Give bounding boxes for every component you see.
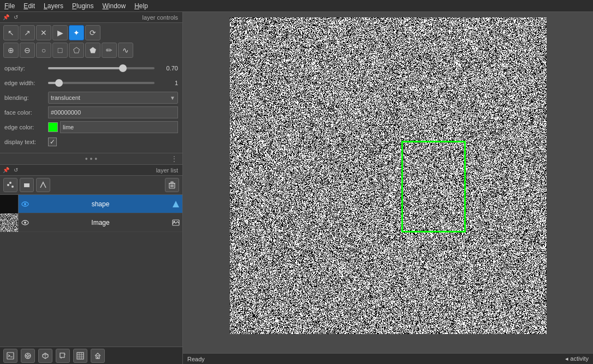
svg-point-11 (24, 203, 26, 205)
arrow-btn[interactable]: ▶ (52, 25, 68, 40)
edge-color-display[interactable]: lime (60, 121, 178, 133)
svg-point-1 (9, 182, 11, 184)
panel-header-icons: 📌 ↺ (2, 14, 20, 21)
layer-list-toolbar (0, 176, 182, 195)
edge-width-row: edge width: 1 (4, 77, 178, 89)
svg-point-2 (11, 186, 14, 188)
layer-row-image[interactable]: Image (0, 213, 182, 232)
crop-btn[interactable] (56, 349, 70, 363)
shape-visibility-btn[interactable] (19, 198, 32, 211)
layer-list-header-icons: 📌 ↺ (2, 166, 20, 174)
statusbar: Ready ◂ activity (183, 353, 593, 364)
canvas-wrapper (230, 17, 547, 334)
select-tool-btn[interactable]: ↖ (3, 25, 19, 40)
layer-list-refresh-icon[interactable]: ↺ (12, 166, 20, 174)
properties-area: opacity: 0.70 edge width: (0, 60, 182, 153)
dots-icon: • • • (85, 154, 97, 163)
opacity-row: opacity: 0.70 (4, 62, 178, 74)
layer-list-pin-icon[interactable]: 📌 (2, 166, 10, 174)
menu-plugins[interactable]: Plugins (68, 1, 98, 11)
face-color-value: #00000000 (51, 109, 81, 116)
layer-list-panel: 📌 ↺ layer list (0, 165, 182, 347)
bottom-toolbar (0, 347, 182, 364)
panel-refresh-icon[interactable]: ↺ (12, 14, 20, 21)
edge-width-slider-track[interactable] (48, 82, 155, 84)
opacity-slider-fill (48, 67, 123, 69)
svg-rect-36 (97, 357, 98, 359)
path-btn[interactable]: ∿ (118, 43, 133, 58)
move-tool-btn[interactable]: ✦ (69, 25, 84, 40)
menu-file[interactable]: File (0, 1, 19, 11)
svg-rect-30 (77, 353, 84, 359)
menubar: File Edit Layers Plugins Window Help (0, 0, 593, 12)
opacity-slider-track[interactable] (48, 67, 155, 69)
rotate-btn[interactable]: ⟳ (85, 25, 100, 40)
new-points-btn[interactable] (3, 178, 17, 192)
svg-rect-3 (24, 183, 29, 187)
poly-btn[interactable]: ⬠ (69, 43, 84, 58)
remove-btn[interactable]: ✕ (36, 25, 51, 40)
shape-thumbnail (0, 195, 19, 213)
status-text: Ready (187, 356, 205, 362)
layer-controls-title: layer controls (20, 14, 180, 21)
panel-pin-icon[interactable]: 📌 (2, 14, 10, 21)
new-shapes-btn[interactable] (20, 178, 34, 192)
layer-list-empty-area (0, 232, 182, 347)
display-text-row: display text: ✓ (4, 136, 178, 148)
blending-dropdown[interactable]: translucent ▼ (48, 92, 178, 104)
add-sel-btn[interactable]: ⊕ (3, 43, 19, 58)
svg-point-0 (7, 184, 9, 186)
new-vectors-btn[interactable] (36, 178, 50, 192)
face-color-display[interactable]: #00000000 (48, 106, 178, 118)
dropdown-arrow-icon: ▼ (170, 95, 175, 101)
svg-rect-9 (171, 182, 173, 183)
scripts-btn[interactable] (21, 349, 35, 363)
image-visibility-btn[interactable] (19, 216, 32, 229)
display-text-label: display text: (4, 139, 48, 145)
controls-separator: • • • ⋮ (0, 153, 182, 165)
svg-rect-27 (60, 353, 64, 357)
edge-width-slider-container (48, 82, 155, 84)
layer-controls-header: 📌 ↺ layer controls (0, 12, 182, 23)
edge-width-slider-thumb[interactable] (55, 79, 63, 87)
menu-layers[interactable]: Layers (39, 1, 68, 11)
edge-width-value: 1 (159, 80, 178, 86)
menu-window[interactable]: Window (98, 1, 130, 11)
ellipse-btn[interactable]: ○ (36, 43, 51, 58)
add-node-btn[interactable]: ↗ (20, 25, 35, 40)
delete-layer-btn[interactable] (165, 178, 179, 192)
menu-edit[interactable]: Edit (19, 1, 39, 11)
svg-marker-12 (173, 201, 179, 207)
terminal-btn[interactable] (3, 349, 17, 363)
image-type-icon (169, 216, 182, 229)
left-panel: 📌 ↺ layer controls ↖ ↗ ✕ ▶ ✦ ⟳ ⊕ ⊖ ○ □ ⬠ (0, 12, 183, 364)
tools-row-1: ↖ ↗ ✕ ▶ ✦ ⟳ (0, 23, 182, 43)
pencil-btn[interactable]: ✏ (102, 43, 117, 58)
grid-btn[interactable] (73, 349, 87, 363)
svg-point-14 (24, 222, 26, 224)
image-layer-name: Image (32, 219, 169, 226)
edge-color-swatch[interactable] (48, 122, 58, 132)
menu-help[interactable]: Help (130, 1, 152, 11)
layer-list-header: 📌 ↺ layer list (0, 165, 182, 176)
opacity-slider-thumb[interactable] (119, 64, 127, 72)
display-text-checkbox[interactable]: ✓ (48, 138, 57, 146)
edge-width-label: edge width: (4, 80, 48, 86)
edge-color-row: edge color: lime (4, 121, 178, 133)
layer-list-title: layer list (20, 167, 180, 174)
freehand-btn[interactable]: ⬟ (85, 43, 100, 58)
checkbox-checkmark-icon: ✓ (50, 138, 55, 146)
svg-point-16 (174, 220, 175, 222)
rect-btn[interactable]: □ (52, 43, 68, 58)
opacity-slider-container (48, 67, 155, 69)
opacity-value: 0.70 (159, 65, 178, 71)
edge-color-label: edge color: (4, 124, 48, 130)
sub-sel-btn[interactable]: ⊖ (20, 43, 35, 58)
tools-row-2: ⊕ ⊖ ○ □ ⬠ ⬟ ✏ ∿ (0, 43, 182, 60)
home-btn[interactable] (91, 349, 105, 363)
activity-label: ◂ activity (565, 355, 589, 362)
main-canvas[interactable] (230, 17, 547, 334)
more-options-icon[interactable]: ⋮ (170, 153, 178, 164)
3d-btn[interactable] (38, 349, 52, 363)
layer-row-shape[interactable]: shape (0, 195, 182, 213)
